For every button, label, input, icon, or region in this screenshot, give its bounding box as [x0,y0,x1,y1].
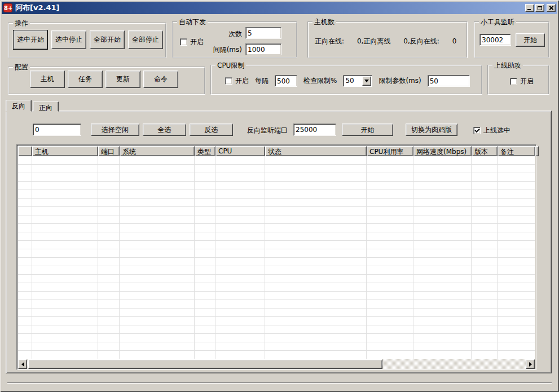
scrollbar-thumb[interactable] [28,359,382,369]
cpu-param-input[interactable] [428,75,470,87]
column-header[interactable]: 备注 [498,146,535,156]
scroll-right-button[interactable] [526,359,535,369]
table-cell [472,351,498,359]
table-cell [120,173,195,182]
stop-all-button[interactable]: 全部停止 [128,30,163,49]
start-all-button[interactable]: 全部开始 [90,30,125,49]
cpu-limit-checkbox[interactable] [225,77,232,85]
table-cell [215,300,265,309]
horizontal-scrollbar[interactable] [18,359,535,369]
table-cell [98,232,120,241]
column-header[interactable]: 系统 [120,146,195,156]
table-cell [18,215,32,224]
cpu-check-combobox[interactable]: 50 [343,75,372,87]
tab-reverse[interactable]: 反向 [6,100,32,112]
group-online-assist-legend: 上线助攻 [492,61,523,69]
minimize-button[interactable] [525,4,534,12]
config-update-button[interactable]: 更新 [105,71,140,88]
table-cell [265,351,367,359]
scroll-left-button[interactable] [18,359,27,369]
config-command-button[interactable]: 命令 [143,71,178,88]
table-cell [215,283,265,292]
table-cell [472,249,498,258]
online-selected-checkbox[interactable] [473,127,481,134]
config-task-button[interactable]: 任务 [68,71,103,88]
close-icon [549,6,554,10]
table-cell [413,292,472,300]
online-assist-enable[interactable]: 开启 [510,77,534,86]
table-cell [18,207,32,215]
stop-selected-button[interactable]: 选中停止 [51,30,86,49]
table-cell [367,342,413,351]
close-button[interactable] [547,4,556,12]
cpu-check-label: 检查限制% [303,76,337,86]
table-cell [472,241,498,249]
dropdown-button[interactable] [362,76,371,86]
table-row [18,283,535,292]
table-cell [98,165,120,173]
column-header[interactable]: CPU利用率 [367,146,413,156]
maximize-button[interactable] [535,4,544,12]
tab-forward[interactable]: 正向 [33,102,59,112]
select-idle-button[interactable]: 选择空闲 [91,124,139,136]
table-cell [498,258,535,266]
tool-port-input[interactable] [479,34,511,46]
listen-port-input[interactable] [293,124,336,136]
table-cell [120,334,195,342]
config-host-button[interactable]: 主机 [30,71,65,88]
cpu-param-label: 限制参数(ms) [378,76,421,86]
table-cell [98,207,120,215]
invert-selection-button[interactable]: 反选 [190,124,233,136]
table-cell [18,266,32,275]
cpu-every-input[interactable] [275,75,297,87]
table-row [18,232,535,241]
table-cell [265,207,367,215]
count-input[interactable] [245,27,281,39]
titlebar[interactable]: 8+ 阿布[v2.41] [2,2,557,14]
table-cell [215,249,265,258]
start-selected-button[interactable]: 选中开始 [13,30,48,50]
table-cell [98,300,120,309]
auto-dispatch-enable[interactable]: 开启 [180,37,204,47]
scrollbar-track[interactable] [382,359,526,369]
table-cell [472,199,498,207]
column-header[interactable]: 网络速度(Mbps) [413,146,472,156]
table-cell [195,241,215,249]
table-cell [472,292,498,300]
column-header[interactable]: 状态 [265,146,367,156]
table-cell [498,325,535,334]
table-row [18,215,535,224]
table-cell [98,325,120,334]
tool-start-button[interactable]: 开始 [516,33,545,47]
filter-input[interactable] [33,124,81,136]
column-header[interactable]: 主机 [32,146,98,156]
table-cell [472,342,498,351]
table-cell [32,182,98,190]
interval-input[interactable] [245,43,281,55]
table-cell [367,249,413,258]
table-cell [18,334,32,342]
online-assist-checkbox[interactable] [510,78,517,85]
table-cell [215,266,265,275]
select-all-button[interactable]: 全选 [143,124,186,136]
online-selected-toggle[interactable]: 上线选中 [473,126,510,135]
table-cell [195,207,215,215]
cpu-limit-enable[interactable]: 开启 [225,76,249,86]
table-cell [195,258,215,266]
column-header[interactable]: CPU [215,146,265,156]
table-cell [498,173,535,182]
column-header[interactable] [18,146,32,156]
table-cell [120,182,195,190]
table-cell [215,232,265,241]
switch-version-button[interactable]: 切换为肉鸡版 [406,124,457,136]
column-header[interactable]: 版本 [472,146,498,156]
table-cell [472,266,498,275]
column-header[interactable]: 类型 [195,146,215,156]
table-cell [367,224,413,232]
column-header[interactable]: 端口 [98,146,120,156]
table-cell [120,156,195,165]
listen-start-button[interactable]: 开始 [342,124,393,136]
table-cell [195,165,215,173]
auto-dispatch-checkbox[interactable] [180,38,187,46]
table-cell [195,334,215,342]
